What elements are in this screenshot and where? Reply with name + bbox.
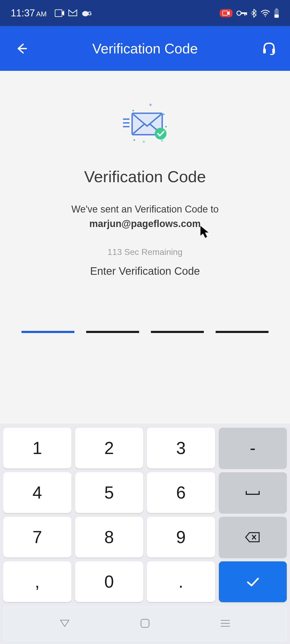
app-bar-title: Verification Code (92, 41, 198, 57)
svg-text:G: G (88, 10, 92, 16)
key-space[interactable] (219, 472, 287, 513)
sent-email: marjun@pageflows.com (89, 218, 201, 229)
svg-rect-28 (141, 619, 149, 627)
back-button[interactable] (13, 41, 30, 57)
status-bar: 11:37 AM G (0, 0, 290, 26)
camera-icon (55, 9, 64, 17)
envelope-illustration: + × × (118, 103, 172, 146)
svg-point-16 (132, 110, 134, 111)
svg-rect-5 (241, 12, 247, 14)
code-digit-4[interactable] (216, 331, 269, 333)
svg-rect-7 (246, 12, 247, 15)
svg-rect-6 (244, 12, 245, 16)
battery-icon (274, 9, 279, 18)
key-dash[interactable]: - (219, 428, 287, 469)
code-input-container (0, 331, 290, 333)
key-3[interactable]: 3 (147, 428, 215, 469)
key-0[interactable]: 0 (75, 561, 143, 602)
page-heading: Verification Code (84, 167, 206, 186)
svg-rect-15 (272, 49, 275, 53)
key-9[interactable]: 9 (147, 517, 215, 558)
bluetooth-icon (251, 9, 257, 18)
numeric-keyboard: 1 2 3 - 4 5 6 7 8 9 , 0 . (0, 423, 290, 644)
key-enter[interactable] (219, 561, 287, 602)
svg-rect-14 (263, 49, 266, 53)
svg-rect-3 (223, 11, 227, 15)
svg-point-17 (163, 114, 165, 115)
nav-home-button[interactable] (138, 617, 152, 630)
key-6[interactable]: 6 (147, 472, 215, 513)
key-4[interactable]: 4 (3, 472, 71, 513)
svg-point-9 (256, 13, 257, 13)
key-comma[interactable]: , (3, 561, 71, 602)
svg-rect-13 (274, 14, 279, 18)
svg-point-4 (237, 11, 241, 15)
key-5[interactable]: 5 (75, 472, 143, 513)
nav-back-button[interactable] (58, 617, 71, 630)
system-nav-bar (3, 606, 287, 641)
app-bar: Verification Code (0, 26, 290, 71)
svg-point-19 (133, 139, 135, 141)
sent-text-line1: We've sent an Verification Code to (71, 204, 219, 215)
code-digit-1[interactable] (21, 331, 74, 333)
vpn-key-icon (236, 10, 247, 16)
countdown-timer: 113 Sec Remaining (107, 247, 182, 257)
svg-point-18 (165, 126, 167, 127)
nav-recent-button[interactable] (219, 617, 232, 630)
code-digit-3[interactable] (151, 331, 204, 333)
wifi-icon (260, 9, 270, 17)
gmail-icon (68, 9, 77, 17)
key-dot[interactable]: . (147, 561, 215, 602)
svg-rect-11 (276, 9, 278, 10)
svg-text:+: + (149, 103, 152, 108)
key-1[interactable]: 1 (3, 428, 71, 469)
key-2[interactable]: 2 (75, 428, 143, 469)
support-button[interactable] (262, 41, 277, 57)
weather-icon: G (81, 9, 92, 17)
key-backspace[interactable] (219, 517, 287, 558)
code-digit-2[interactable] (86, 331, 139, 333)
enter-code-label: Enter Verification Code (90, 265, 200, 277)
status-icons-left: G (55, 9, 92, 17)
key-7[interactable]: 7 (3, 517, 71, 558)
svg-point-8 (251, 13, 252, 13)
status-time: 11:37 AM (11, 8, 47, 19)
main-content: + × × Verification Code We've sent an Ve… (0, 71, 290, 333)
key-8[interactable]: 8 (75, 517, 143, 558)
svg-rect-0 (55, 10, 62, 17)
sent-text: We've sent an Verification Code to marju… (71, 202, 219, 231)
recording-badge (220, 9, 233, 17)
svg-text:×: × (142, 139, 145, 144)
svg-point-10 (265, 16, 266, 17)
svg-point-27 (155, 128, 166, 140)
status-right (220, 9, 279, 18)
status-left: 11:37 AM G (11, 8, 92, 19)
